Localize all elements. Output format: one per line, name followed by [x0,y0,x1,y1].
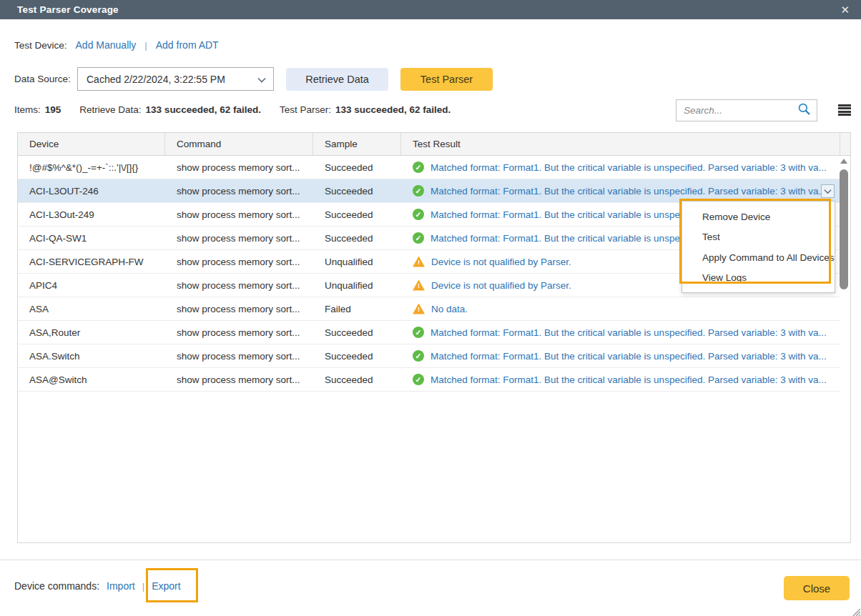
test-parser-button[interactable]: Test Parser [400,68,493,91]
context-menu-item-apply-command-to-all-devices[interactable]: Apply Command to All Devices [682,247,835,268]
retrieve-summary-value: 133 succeeded, 62 failed. [146,104,261,115]
test-device-label: Test Device: [14,40,67,51]
test-result-cell: ✓ Matched format: Format1. But the criti… [401,185,840,197]
table-menu-icon[interactable] [838,104,851,116]
device-cell: ACI-L3OUT-246 [18,186,165,197]
warning-triangle-icon: ! [413,304,425,314]
command-cell: show process memory sort... [165,304,313,314]
test-result-text: No data. [431,304,468,314]
test-result-cell: ✓ Matched format: Format1. But the criti… [401,327,840,338]
table-row[interactable]: ASA@Switch show process memory sort... S… [18,368,840,392]
table-row[interactable]: ASA,Router show process memory sort... S… [18,321,840,344]
add-from-adt-link[interactable]: Add from ADT [156,39,219,51]
device-cell: ASA.Switch [18,351,165,362]
footer-row: Device commands: Import | Export [14,580,181,592]
search-input[interactable] [684,105,797,116]
success-check-icon: ✓ [413,232,424,244]
dialog-close-icon[interactable]: ✕ [840,4,850,15]
warning-triangle-icon: ! [413,257,425,267]
row-actions-dropdown[interactable] [821,184,835,198]
test-result-text: Matched format: Format1. But the critica… [431,351,827,362]
table-row[interactable]: !@#$%^&*()_-=+-`::.'|\/[]{} show process… [18,156,840,179]
success-check-icon: ✓ [413,209,424,220]
command-cell: show process memory sort... [165,257,313,267]
device-cell: ASA,Router [18,327,165,338]
device-cell: ACI-QA-SW1 [18,233,165,244]
success-check-icon: ✓ [413,374,424,385]
footer-link-separator: | [142,581,144,592]
test-parser-coverage-dialog: { "dialog": { "title": "Test Parser Cove… [0,0,861,616]
dialog-title: Test Parser Coverage [17,4,119,15]
context-menu-item-test[interactable]: Test [682,227,835,248]
link-separator: | [144,40,147,51]
device-cell: APIC4 [18,280,165,291]
command-cell: show process memory sort... [165,162,313,173]
sample-cell: Unqualified [313,257,401,267]
test-result-text: Matched format: Format1. But the critica… [431,327,827,338]
success-check-icon: ✓ [413,162,424,173]
test-device-row: Test Device: Add Manually | Add from ADT [14,39,219,51]
sample-cell: Succeeded [313,209,401,220]
device-table: Device Command Sample Test Result !@#$%^… [17,132,851,543]
sample-cell: Succeeded [313,162,401,173]
data-source-select[interactable]: Cached 2/22/2024, 3:22:55 PM [77,67,274,91]
column-header-device[interactable]: Device [18,133,165,155]
data-source-row: Data Source: Cached 2/22/2024, 3:22:55 P… [14,67,515,91]
device-commands-label: Device commands: [14,580,99,592]
data-source-selected-value: Cached 2/22/2024, 3:22:55 PM [87,74,225,85]
items-count: 195 [45,104,62,115]
test-summary-value: 133 succeeded, 62 failed. [335,104,451,115]
context-menu-item-view-logs[interactable]: View Logs [682,268,835,289]
command-cell: show process memory sort... [165,186,313,197]
sample-cell: Unqualified [313,280,401,291]
test-result-cell: ! No data. [401,304,840,314]
command-cell: show process memory sort... [165,209,313,220]
warning-triangle-icon: ! [413,280,425,291]
sample-cell: Succeeded [313,186,401,197]
search-box[interactable] [676,99,817,121]
success-check-icon: ✓ [413,185,424,197]
sample-cell: Failed [313,304,401,314]
command-cell: show process memory sort... [165,327,313,338]
scrollbar-thumb[interactable] [840,169,848,289]
export-link[interactable]: Export [152,580,180,592]
import-link[interactable]: Import [107,580,135,592]
test-result-text: Matched format: Format1. But the critica… [431,186,827,197]
column-header-test-result[interactable]: Test Result [401,133,840,155]
vertical-scrollbar[interactable] [840,159,848,541]
column-header-command[interactable]: Command [165,133,313,155]
data-source-label: Data Source: [14,74,71,84]
search-icon[interactable] [797,102,811,119]
table-row[interactable]: ACI-L3OUT-246 show process memory sort..… [18,179,840,203]
success-check-icon: ✓ [413,350,424,362]
device-cell: !@#$%^&*()_-=+-`::.'|\/[]{} [18,162,165,173]
retrieve-summary-label: Retrieve Data: [79,104,141,115]
footer-divider [0,560,861,560]
items-label: Items: [14,104,41,115]
table-row[interactable]: ASA show process memory sort... Failed !… [18,297,840,321]
close-button[interactable]: Close [784,576,850,600]
test-result-cell: ✓ Matched format: Format1. But the criti… [401,374,840,385]
context-menu-item-remove-device[interactable]: Remove Device [682,207,835,227]
test-result-text: Device is not qualified by Parser. [431,280,571,291]
sample-cell: Succeeded [313,233,401,244]
command-cell: show process memory sort... [165,374,313,385]
scrollbar-column-header [840,133,850,155]
command-cell: show process memory sort... [165,233,313,244]
add-manually-link[interactable]: Add Manually [76,39,137,51]
summary-row: Items: 195 Retrieve Data: 133 succeeded,… [14,104,451,115]
row-context-menu: Remove DeviceTestApply Command to All De… [682,201,835,293]
table-header: Device Command Sample Test Result [18,133,850,156]
sample-cell: Succeeded [313,351,401,362]
device-cell: ACI-L3Out-249 [18,209,165,220]
command-cell: show process memory sort... [165,280,313,291]
retrieve-data-button[interactable]: Retrieve Data [286,68,388,91]
device-cell: ACI-SERVICEGRAPH-FW [18,257,165,267]
device-cell: ASA [18,304,165,314]
column-header-sample[interactable]: Sample [313,133,401,155]
command-cell: show process memory sort... [165,351,313,362]
resize-handle-icon[interactable] [851,606,860,615]
test-result-cell: ✓ Matched format: Format1. But the criti… [401,162,840,173]
table-row[interactable]: ASA.Switch show process memory sort... S… [18,344,840,368]
scroll-up-arrow-icon[interactable] [840,159,847,164]
